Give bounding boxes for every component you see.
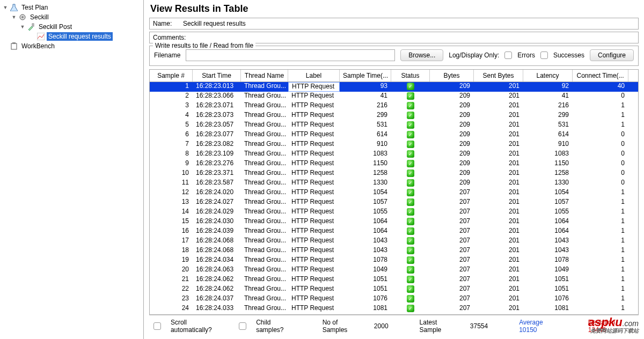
cell-sampletime: 1057 (340, 198, 391, 208)
cell-time: 16:28:24.029 (193, 208, 241, 217)
cell-sentbytes: 201 (474, 314, 523, 314)
cell-bytes: 207 (430, 237, 474, 246)
cell-thread: Thread Grou... (241, 150, 288, 159)
table-row[interactable]: 316:28:23.071Thread Grou...HTTP Request2… (150, 101, 638, 111)
cell-thread: Thread Grou... (241, 198, 288, 208)
table-row[interactable]: 2516:28:24.053Thread Grou...HTTP Request… (150, 314, 638, 314)
cell-status: ✓ (391, 246, 430, 256)
tree-item-results[interactable]: Seckill request results (0, 32, 143, 41)
cell-sampletime: 1051 (340, 285, 391, 294)
col-latency[interactable]: Latency (523, 70, 573, 82)
tree-item-testplan[interactable]: ▼ Test Plan (0, 3, 143, 12)
cell-sentbytes: 201 (474, 304, 523, 314)
cell-latency: 1258 (523, 169, 573, 179)
table-row[interactable]: 2116:28:24.062Thread Grou...HTTP Request… (150, 275, 638, 285)
cell-sampletime: 41 (340, 92, 391, 101)
success-icon: ✓ (407, 237, 414, 245)
cell-sentbytes: 201 (474, 150, 523, 159)
table-body[interactable]: 116:28:23.013Thread Grou...HTTP Request9… (150, 82, 638, 314)
table-row[interactable]: 1216:28:24.020Thread Grou...HTTP Request… (150, 188, 638, 198)
cell-sampletime: 1064 (340, 227, 391, 237)
write-results-fieldset: Write results to file / Read from file F… (149, 46, 639, 66)
cell-status: ✓ (391, 121, 430, 130)
child-checkbox[interactable] (239, 322, 246, 330)
table-row[interactable]: 216:28:23.066Thread Grou...HTTP Request4… (150, 92, 638, 101)
cell-thread: Thread Grou... (241, 275, 288, 285)
table-row[interactable]: 1016:28:23.371Thread Grou...HTTP Request… (150, 169, 638, 179)
cell-bytes: 209 (430, 169, 474, 179)
cell-latency: 1051 (523, 275, 573, 285)
cell-thread: Thread Grou... (241, 188, 288, 198)
cell-bytes: 209 (430, 179, 474, 188)
table-row[interactable]: 2416:28:24.033Thread Grou...HTTP Request… (150, 304, 638, 314)
cell-connect: 1 (573, 101, 628, 111)
cell-label: HTTP Request (288, 237, 340, 246)
col-bytes[interactable]: Bytes (430, 70, 474, 82)
cell-connect: 0 (573, 130, 628, 140)
successes-checkbox[interactable] (540, 51, 548, 59)
col-thread[interactable]: Thread Name (241, 70, 288, 82)
errors-checkbox[interactable] (504, 51, 512, 59)
table-row[interactable]: 716:28:23.082Thread Grou...HTTP Request9… (150, 140, 638, 150)
success-icon: ✓ (407, 256, 414, 264)
chevron-down-icon[interactable]: ▼ (19, 24, 26, 30)
table-row[interactable]: 616:28:23.077Thread Grou...HTTP Request6… (150, 130, 638, 140)
col-sample[interactable]: Sample # (150, 70, 193, 82)
table-row[interactable]: 1316:28:24.027Thread Grou...HTTP Request… (150, 198, 638, 208)
chart-icon (36, 32, 45, 41)
cell-label: HTTP Request (288, 266, 340, 275)
cell-label: HTTP Request (288, 246, 340, 256)
tree-item-workbench[interactable]: WorkBench (0, 41, 143, 51)
samples-label: No of Samples (323, 319, 364, 334)
table-row[interactable]: 516:28:23.057Thread Grou...HTTP Request5… (150, 121, 638, 130)
errors-label: Errors (517, 51, 535, 59)
chevron-down-icon[interactable]: ▼ (2, 5, 9, 10)
cell-sample: 5 (150, 121, 193, 130)
col-status[interactable]: Status (391, 70, 430, 82)
cell-thread: Thread Grou... (241, 294, 288, 304)
table-row[interactable]: 116:28:23.013Thread Grou...HTTP Request9… (150, 82, 638, 92)
cell-latency: 1083 (523, 150, 573, 159)
table-row[interactable]: 416:28:23.073Thread Grou...HTTP Request2… (150, 111, 638, 121)
cell-sentbytes: 201 (474, 159, 523, 169)
filename-input[interactable] (186, 49, 395, 61)
cell-connect: 1 (573, 111, 628, 121)
table-row[interactable]: 1116:28:23.587Thread Grou...HTTP Request… (150, 179, 638, 188)
col-connect[interactable]: Connect Time(... (573, 70, 628, 82)
table-row[interactable]: 1516:28:24.030Thread Grou...HTTP Request… (150, 217, 638, 227)
browse-button[interactable]: Browse... (400, 49, 443, 61)
cell-status: ✓ (391, 217, 430, 227)
cell-time: 16:28:23.276 (193, 159, 241, 169)
configure-button[interactable]: Configure (590, 49, 634, 61)
table-row[interactable]: 1616:28:24.039Thread Grou...HTTP Request… (150, 227, 638, 237)
cell-sample: 18 (150, 246, 193, 256)
cell-label: HTTP Request (288, 285, 340, 294)
cell-status: ✓ (391, 285, 430, 294)
table-row[interactable]: 1416:28:24.029Thread Grou...HTTP Request… (150, 208, 638, 217)
table-row[interactable]: 1816:28:24.068Thread Grou...HTTP Request… (150, 246, 638, 256)
cell-bytes: 207 (430, 266, 474, 275)
cell-latency: 1064 (523, 227, 573, 237)
tree-item-seckill-post[interactable]: ▼ Seckill Post (0, 22, 143, 32)
cell-sampletime: 1330 (340, 179, 391, 188)
table-row[interactable]: 1916:28:24.034Thread Grou...HTTP Request… (150, 256, 638, 266)
col-label[interactable]: Label (288, 70, 340, 82)
chevron-down-icon[interactable]: ▼ (11, 14, 17, 20)
name-value[interactable]: Seckill request results (183, 20, 246, 27)
table-row[interactable]: 816:28:23.109Thread Grou...HTTP Request1… (150, 150, 638, 159)
table-row[interactable]: 916:28:23.276Thread Grou...HTTP Request1… (150, 159, 638, 169)
cell-status: ✓ (391, 275, 430, 285)
tree-item-seckill[interactable]: ▼ Seckill (0, 12, 143, 22)
table-row[interactable]: 2316:28:24.037Thread Grou...HTTP Request… (150, 294, 638, 304)
cell-status: ✓ (391, 188, 430, 198)
cell-status: ✓ (391, 304, 430, 314)
scroll-checkbox[interactable] (153, 322, 161, 330)
col-sentbytes[interactable]: Sent Bytes (474, 70, 523, 82)
cell-time: 16:28:23.587 (193, 179, 241, 188)
table-row[interactable]: 1716:28:24.068Thread Grou...HTTP Request… (150, 237, 638, 246)
table-row[interactable]: 2216:28:24.062Thread Grou...HTTP Request… (150, 285, 638, 294)
table-row[interactable]: 2016:28:24.063Thread Grou...HTTP Request… (150, 266, 638, 275)
col-sampletime[interactable]: Sample Time(... (340, 70, 391, 82)
cell-connect: 0 (573, 169, 628, 179)
col-starttime[interactable]: Start Time (193, 70, 241, 82)
